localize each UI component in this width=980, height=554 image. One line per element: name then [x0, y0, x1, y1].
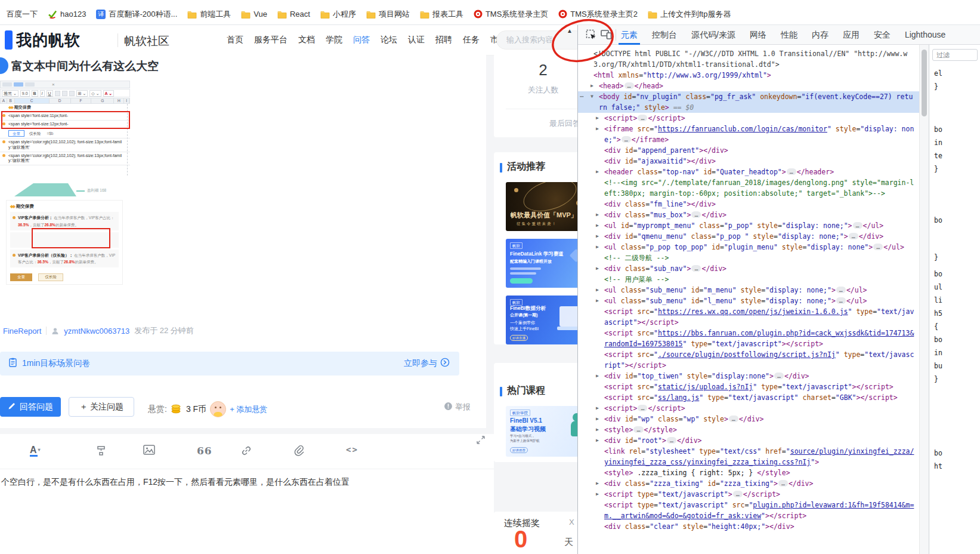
dom-line[interactable]: ▶<div id="wp" class="wp" style>…</div>: [578, 414, 919, 424]
font-color-button[interactable]: A▾: [30, 445, 41, 455]
editor-content[interactable]: 个空白行，是不是有什么东西在占用，F12按一下，然后看看元素哪里，是什么东西在占…: [1, 477, 484, 488]
bookmark-item[interactable]: 前端工具: [187, 9, 231, 20]
insert-image-icon[interactable]: [143, 445, 155, 457]
devtools-tab[interactable]: 网络: [750, 25, 766, 45]
dom-line[interactable]: <!-- 二级导航 -->: [578, 253, 919, 263]
ellipsis-expand-icon[interactable]: …: [638, 405, 647, 411]
answer-button[interactable]: 回答问题: [0, 397, 61, 417]
devtools-tab[interactable]: 源代码/来源: [691, 25, 735, 45]
collapsed-arrow-icon[interactable]: ▶: [596, 113, 599, 124]
search-input[interactable]: [505, 35, 579, 45]
dom-line[interactable]: ▶<ul class="sub_menu" id="m_menu" style=…: [578, 285, 919, 296]
bookmark-item[interactable]: TMS系统登录主页2: [558, 9, 638, 20]
lottery-close-icon[interactable]: X: [569, 518, 574, 527]
ellipsis-expand-icon[interactable]: …: [853, 222, 862, 229]
nav-item[interactable]: 招聘: [435, 35, 452, 45]
devtools-tab[interactable]: 内存: [812, 25, 828, 45]
dom-line[interactable]: ▶<iframe src="https://fanruanclub.com/lo…: [578, 124, 919, 145]
dom-line[interactable]: ▶<div class="sub_nav">…</div>: [578, 263, 919, 274]
bookmark-item[interactable]: 报表工具: [420, 9, 463, 20]
dom-line[interactable]: <div class="clear" style="height:40px;">…: [578, 521, 919, 532]
bounty-user-avatar[interactable]: [210, 401, 226, 417]
bookmark-item[interactable]: React: [277, 10, 310, 19]
collapsed-arrow-icon[interactable]: ▶: [596, 167, 599, 177]
ellipsis-expand-icon[interactable]: …: [836, 287, 846, 293]
nav-item[interactable]: 首页: [227, 35, 243, 45]
dom-line[interactable]: <script src="https://bbs.fanruan.com/plu…: [578, 328, 919, 349]
collapsed-arrow-icon[interactable]: ▶: [596, 296, 599, 306]
ellipsis-expand-icon[interactable]: …: [691, 265, 701, 272]
nav-item[interactable]: 学院: [326, 35, 342, 45]
dom-line[interactable]: <html xmlns="http://www.w3.org/1999/xhtm…: [578, 70, 919, 81]
dom-line[interactable]: <!-- 用户菜单 -->: [578, 274, 919, 285]
survey-join-button[interactable]: 立即参与: [404, 358, 450, 369]
ellipsis-expand-icon[interactable]: …: [638, 115, 647, 121]
bookmark-item[interactable]: TMS系统登录主页: [474, 9, 548, 20]
nav-item[interactable]: 论坛: [381, 35, 397, 45]
devtools-tab[interactable]: 安全: [874, 25, 891, 45]
survey-banner[interactable]: 1min目标场景问卷 立即参与: [0, 352, 459, 376]
collapsed-arrow-icon[interactable]: ▶: [596, 263, 599, 274]
bookmark-item[interactable]: 小程序: [320, 9, 356, 20]
collapsed-arrow-icon[interactable]: ▶: [596, 285, 599, 296]
collapsed-arrow-icon[interactable]: ▶: [596, 478, 599, 489]
dom-line[interactable]: <script src="./source/plugin/postfollowi…: [578, 349, 919, 371]
scrollbar-thumb[interactable]: [922, 50, 927, 116]
dom-line[interactable]: ▶<script type="text/javascript">…</scrip…: [578, 489, 919, 500]
dom-line[interactable]: ▶<script>…</script>: [578, 113, 919, 124]
collapsed-arrow-icon[interactable]: ▶: [596, 371, 599, 381]
collapsed-arrow-icon[interactable]: ▶: [591, 81, 593, 91]
nav-item[interactable]: 认证: [408, 35, 425, 45]
dom-line[interactable]: <div class="fm_line"></div>: [578, 199, 919, 210]
devtools-tab[interactable]: 元素: [621, 25, 638, 45]
devtools-tab[interactable]: 控制台: [652, 25, 677, 45]
ellipsis-expand-icon[interactable]: …: [633, 426, 643, 433]
devtools-scrollbar[interactable]: [919, 45, 929, 554]
bookmark-item[interactable]: hao123: [48, 10, 86, 19]
dom-line[interactable]: <link rel="stylesheet" type="text/css" h…: [578, 446, 919, 467]
collapsed-arrow-icon[interactable]: ▶: [596, 242, 599, 253]
ellipsis-expand-icon[interactable]: …: [733, 491, 743, 497]
dom-line[interactable]: <!DOCTYPE html PUBLIC "-//W3C//DTD XHTML…: [578, 48, 919, 70]
code-icon[interactable]: <>: [346, 445, 358, 454]
dom-line[interactable]: <!--<img src="/./template/fanruan_2018/i…: [578, 177, 919, 199]
dom-line[interactable]: <style> .zzza_tixing { right: 5px; } </s…: [578, 467, 919, 478]
collapsed-arrow-icon[interactable]: ▶: [596, 124, 599, 134]
site-logo-icon[interactable]: [5, 30, 13, 50]
banner-finebi-video[interactable]: 帆软学院 FineBI V5.1 基础学习视频 学习=自习模式， 为新手上路保驾…: [506, 406, 589, 457]
bookmark-item[interactable]: Vue: [241, 10, 267, 19]
dom-line[interactable]: ▶<header class="top-nav" id="Quater_head…: [578, 167, 919, 177]
attachment-icon[interactable]: [293, 445, 304, 459]
banner-finedatalink[interactable]: 帆软 FineDataLink 学习赛道 配套精编入门课程开放: [506, 239, 589, 288]
dom-line[interactable]: ▶<div class="zzza_tixing" id="zzza_tixin…: [578, 478, 919, 489]
inspect-element-icon[interactable]: [586, 29, 597, 43]
styles-filter-input[interactable]: 过滤: [932, 49, 978, 61]
follow-button[interactable]: ＋ 关注问题: [69, 397, 134, 417]
bookmark-item[interactable]: 译百度翻译-200种语...: [96, 9, 177, 20]
ellipsis-expand-icon[interactable]: …: [836, 297, 846, 304]
ellipsis-expand-icon[interactable]: …: [729, 415, 738, 422]
expand-editor-icon[interactable]: [476, 435, 486, 447]
nav-item[interactable]: 任务: [463, 35, 480, 45]
ellipsis-expand-icon[interactable]: …: [625, 82, 634, 89]
insert-link-icon[interactable]: [240, 445, 252, 459]
dom-line[interactable]: ▶<ul id="myprompt_menu" class="p_pop" st…: [578, 220, 919, 231]
dom-line[interactable]: <script src="ss/lang.js" type="text/java…: [578, 392, 919, 403]
dom-line[interactable]: ▶<ul class="p_pop top_pop" id="plugin_me…: [578, 242, 919, 253]
devtools-tab[interactable]: 性能: [781, 25, 797, 45]
site-logo[interactable]: 我的帆软: [16, 30, 81, 51]
collapsed-arrow-icon[interactable]: ▶: [596, 210, 599, 220]
dom-line[interactable]: ▶<script>…</script>: [578, 403, 919, 414]
bookmark-item[interactable]: 项目网站: [366, 9, 410, 20]
ellipsis-expand-icon[interactable]: …: [873, 244, 883, 250]
dom-line[interactable]: <script src="static/js/upload.js?nIj" ty…: [578, 381, 919, 392]
device-toolbar-icon[interactable]: [601, 29, 612, 42]
dom-line[interactable]: ▶<div class="mus_box">…</div>: [578, 210, 919, 220]
collapsed-arrow-icon[interactable]: ▶: [596, 414, 599, 424]
dom-line[interactable]: <div id="append_parent"></div>: [578, 145, 919, 156]
collapsed-arrow-icon[interactable]: ▶: [596, 403, 599, 414]
ellipsis-expand-icon[interactable]: …: [849, 233, 858, 239]
community-label[interactable]: 帆软社区: [124, 33, 169, 49]
dom-line[interactable]: <div id="ajaxwaitid"></div>: [578, 156, 919, 167]
format-brush-icon[interactable]: [95, 445, 107, 458]
